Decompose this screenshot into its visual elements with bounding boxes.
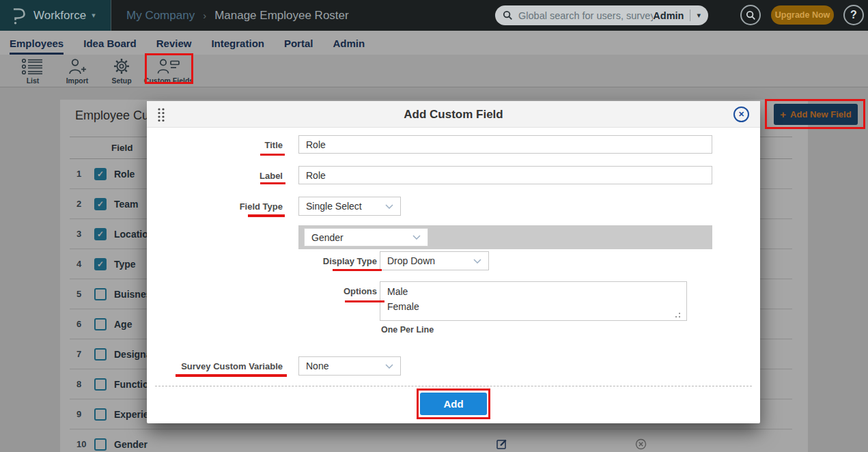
options-textarea[interactable]: Male Female xyxy=(380,281,687,321)
brand-logo-icon xyxy=(9,5,27,27)
annotation-underline-field-type xyxy=(248,214,285,217)
upgrade-now-button[interactable]: Upgrade Now xyxy=(771,5,834,25)
display-type-label: Display Type xyxy=(147,256,377,266)
annotation-box-custom-fields xyxy=(145,53,193,84)
breadcrumb-parent[interactable]: My Company xyxy=(126,9,195,23)
linked-field-select[interactable]: Gender xyxy=(304,228,428,246)
chevron-down-icon xyxy=(473,259,481,264)
modal-footer-divider xyxy=(155,386,752,386)
global-search-input[interactable]: Global search for users, surveys, ticket… xyxy=(495,5,708,25)
search-scope-divider xyxy=(690,10,690,21)
chevron-down-icon xyxy=(412,235,421,240)
annotation-underline-title xyxy=(260,154,285,156)
header-search-button[interactable] xyxy=(740,5,761,25)
help-button[interactable]: ? xyxy=(843,5,864,25)
breadcrumb-current: Manage Employee Roster xyxy=(214,9,349,23)
chevron-down-icon: ▾ xyxy=(92,11,96,20)
field-type-label: Field Type xyxy=(147,201,283,212)
search-placeholder: Global search for users, surveys, ticket… xyxy=(518,10,653,21)
top-header: Workforce ▾ My Company › Manage Employee… xyxy=(0,0,868,31)
options-hint: One Per Line xyxy=(381,325,434,335)
search-icon xyxy=(746,10,756,20)
label-input[interactable] xyxy=(298,166,712,184)
resize-grip-icon[interactable] xyxy=(675,313,680,317)
search-scope-selector[interactable]: Admin xyxy=(653,10,684,21)
label-field-label: Label xyxy=(147,171,283,181)
product-switcher[interactable]: Workforce ▾ xyxy=(0,0,111,31)
survey-custom-variable-label: Survey Custom Variable xyxy=(147,361,283,371)
annotation-underline-label xyxy=(260,182,285,184)
survey-custom-variable-select[interactable]: None xyxy=(298,356,401,376)
modal-header: Add Custom Field ✕ xyxy=(147,101,760,128)
field-type-select[interactable]: Single Select xyxy=(298,197,401,216)
product-name: Workforce xyxy=(33,9,86,23)
chevron-down-icon xyxy=(385,204,393,209)
annotation-box-add-new-field xyxy=(765,99,865,129)
title-input[interactable] xyxy=(298,135,712,154)
title-field-label: Title xyxy=(147,140,283,150)
annotation-box-add-button xyxy=(417,389,490,419)
annotation-underline-survey-custom-variable xyxy=(176,374,287,377)
chevron-down-icon[interactable]: ▾ xyxy=(697,11,701,20)
close-icon[interactable]: ✕ xyxy=(733,107,749,122)
annotation-underline-options xyxy=(345,300,384,302)
linked-field-row: Gender xyxy=(298,225,712,249)
breadcrumb: My Company › Manage Employee Roster xyxy=(126,0,349,31)
display-type-select[interactable]: Drop Down xyxy=(380,251,489,270)
annotation-underline-display-type xyxy=(333,269,382,271)
search-icon xyxy=(503,10,513,20)
breadcrumb-separator-icon: › xyxy=(203,10,206,21)
modal-title: Add Custom Field xyxy=(147,108,760,122)
chevron-down-icon xyxy=(385,364,393,369)
options-label: Options xyxy=(147,286,377,296)
app-screen: Workforce ▾ My Company › Manage Employee… xyxy=(0,0,868,452)
